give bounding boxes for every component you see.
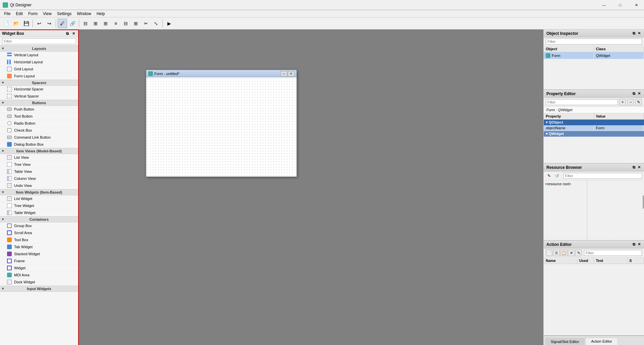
widget-item-undo-view[interactable]: Undo View [0,182,78,189]
redo-button[interactable]: ↪ [45,19,54,28]
menu-window[interactable]: Window [74,11,94,17]
widget-item-tab-widget[interactable]: Tab Widget [0,244,78,251]
pe-close-button[interactable]: ✕ [637,91,641,96]
oi-row-form[interactable]: Form QWidget [544,52,644,59]
widget-item-widget[interactable]: Widget [0,265,78,272]
widget-item-horizontal-spacer[interactable]: Horizontal Spacer [0,86,78,93]
widget-item-vertical-spacer[interactable]: Vertical Spacer [0,93,78,100]
layout-horiz-button[interactable]: ⊟ [81,19,90,28]
tab-action-editor[interactable]: Action Editor [585,338,618,345]
menu-edit[interactable]: Edit [13,11,25,17]
widget-item-tree-widget[interactable]: Tree Widget [0,202,78,209]
signal-slot-button[interactable]: 🔗 [68,19,77,28]
form-minimize-button[interactable]: — [280,71,287,76]
category-item-views[interactable]: Item Views (Model-Based) [0,148,78,154]
widget-item-scroll-area[interactable]: Scroll Area [0,229,78,236]
widget-item-tree-view[interactable]: Tree View [0,161,78,168]
layout-grid-button[interactable]: ⊞ [101,19,110,28]
ae-float-button[interactable]: ⧉ [632,242,636,247]
rb-scrollbar[interactable] [643,195,644,209]
ae-new-button[interactable]: 📄 [546,250,552,256]
undo-button[interactable]: ↩ [35,19,44,28]
category-containers[interactable]: Containers [0,216,78,222]
widget-item-list-widget[interactable]: List Widget [0,195,78,202]
widget-item-list-view[interactable]: List View [0,154,78,161]
ae-paste-button[interactable]: 📋 [560,250,567,256]
widget-box-float-button[interactable]: ⧉ [65,31,70,36]
pe-group-qobject: ▾ QObject [544,120,644,125]
layout-splitter-vert-button[interactable]: ⊞ [131,19,141,28]
widget-filter-input[interactable] [2,38,76,44]
rb-edit-button[interactable]: ✎ [546,172,552,179]
oi-filter-input[interactable] [546,39,642,45]
widget-item-dialog-button-box[interactable]: Dialog Button Box [0,141,78,148]
menu-help[interactable]: Help [94,11,108,17]
widget-item-command-link[interactable]: Command Link Button [0,134,78,141]
maximize-button[interactable]: □ [612,0,628,10]
category-layouts[interactable]: Layouts [0,46,78,52]
ae-copy-button[interactable]: ⎘ [553,250,560,256]
ae-delete-button[interactable]: ✕ [568,250,575,256]
pe-row-objectname[interactable]: objectName Form [544,125,644,131]
pe-subtract-button[interactable]: − [627,99,634,106]
widget-editor-button[interactable]: 🖊 [58,19,67,28]
rb-float-button[interactable]: ⧉ [632,165,636,169]
layout-form-button[interactable]: ≡ [111,19,120,28]
widget-item-stacked-widget[interactable]: Stacked Widget [0,251,78,258]
widget-item-tool-button[interactable]: Tool Button [0,113,78,120]
widget-item-form-layout[interactable]: Form Layout [0,73,78,80]
open-button[interactable]: 📂 [11,19,21,28]
rb-close-button[interactable]: ✕ [637,165,641,169]
widget-item-group-box[interactable]: Group Box [0,222,78,229]
category-input-widgets[interactable]: Input Widgets [0,286,78,292]
minimize-button[interactable]: — [596,0,612,10]
new-button[interactable]: 📄 [1,19,11,28]
form-content[interactable] [146,77,297,177]
frame-icon [7,258,12,264]
save-button[interactable]: 💾 [21,19,31,28]
command-link-icon [7,135,12,140]
break-layout-button[interactable]: ✂ [141,19,151,28]
widget-box-close-button[interactable]: ✕ [71,31,76,36]
widget-item-vertical-layout[interactable]: Vertical Layout [0,52,78,59]
category-item-widgets[interactable]: Item Widgets (Item-Based) [0,189,78,195]
ae-close-button[interactable]: ✕ [637,242,641,247]
form-window[interactable]: Form - untitled* — ✕ [146,70,297,177]
menu-settings[interactable]: Settings [54,11,74,17]
widget-item-column-view[interactable]: Column View [0,175,78,182]
pe-float-button[interactable]: ⧉ [632,91,636,96]
widget-item-table-widget[interactable]: Table Widget [0,209,78,216]
oi-close-button[interactable]: ✕ [637,31,641,36]
widget-item-table-view[interactable]: Table View [0,168,78,175]
oi-float-button[interactable]: ⧉ [632,31,636,36]
ae-filter-input[interactable] [584,250,642,256]
widget-item-push-button[interactable]: Push Button [0,106,78,113]
bottom-tabs: Signal/Slot Editor Action Editor [544,336,644,345]
widget-item-grid-layout[interactable]: Grid Layout [0,66,78,73]
widget-item-frame[interactable]: Frame [0,258,78,265]
widget-item-radio-button[interactable]: Radio Button [0,120,78,127]
tab-signal-slot-editor[interactable]: Signal/Slot Editor [545,338,585,345]
adjust-size-button[interactable]: ⤡ [151,19,161,28]
rb-refresh-button[interactable]: ↺ [554,172,560,179]
category-spacers[interactable]: Spacers [0,80,78,86]
close-button[interactable]: ✕ [629,0,644,10]
widget-item-check-box[interactable]: Check Box [0,127,78,134]
widget-item-tool-box[interactable]: Tool Box [0,236,78,244]
rb-filter-input[interactable] [563,173,642,179]
pe-edit-button[interactable]: ✎ [635,99,642,106]
menu-form[interactable]: Form [25,11,40,17]
widget-item-mdi-area[interactable]: MDI Area [0,272,78,279]
form-close-button[interactable]: ✕ [288,71,294,76]
pe-filter-input[interactable] [546,99,618,105]
menu-file[interactable]: File [1,11,13,17]
widget-item-horizontal-layout[interactable]: Horizontal Layout [0,59,78,66]
preview-button[interactable]: ▶ [164,19,174,28]
menu-view[interactable]: View [40,11,54,17]
ae-edit-button[interactable]: ✎ [575,250,582,256]
widget-item-dock-widget[interactable]: Dock Widget [0,279,78,286]
layout-vert-button[interactable]: ⊞ [91,19,100,28]
category-buttons[interactable]: Buttons [0,100,78,106]
layout-splitter-horiz-button[interactable]: ⊟ [121,19,130,28]
pe-add-button[interactable]: + [619,99,626,106]
